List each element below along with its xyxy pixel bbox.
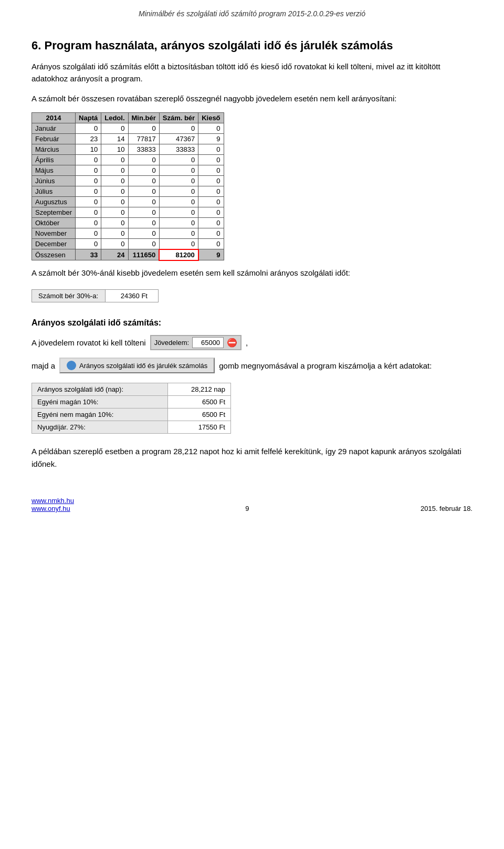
table-cell-napta: 0	[76, 175, 101, 186]
table-cell-napta: 0	[76, 196, 101, 207]
table-cell-szamber: 0	[159, 196, 198, 207]
table-cell-month: Március	[32, 144, 76, 154]
table-cell-kieso: 9	[198, 249, 224, 260]
table-cell-month: Összesen	[32, 249, 76, 260]
majd-prefix: majd a	[32, 361, 55, 370]
table-cell-month: Szeptember	[32, 207, 76, 217]
result-row: Egyéni nem magán 10%:6500 Ft	[32, 408, 231, 421]
table-cell-ledol: 0	[101, 154, 128, 165]
data-table: 2014 Naptá Ledol. Min.bér Szám. bér Kies…	[32, 112, 224, 261]
page-header: Minimálbér és szolgálati idő számító pro…	[32, 0, 472, 23]
footer-page: 9	[245, 505, 249, 512]
table-cell-month: Január	[32, 123, 76, 133]
footer-link[interactable]: www.nmkh.hu	[32, 497, 74, 505]
table-cell-minber: 33833	[128, 144, 159, 154]
result-value: 17550 Ft	[167, 421, 230, 434]
table-cell-napta: 0	[76, 207, 101, 217]
footer-link[interactable]: www.onyf.hu	[32, 505, 74, 512]
col-kieso: Kieső	[198, 112, 224, 123]
table-cell-minber: 111650	[128, 249, 159, 260]
table-cell-minber: 0	[128, 207, 159, 217]
ber30-label: Számolt bér 30%-a:	[32, 290, 106, 302]
result-row: Nyugdíjár. 27%:17550 Ft	[32, 421, 231, 434]
table-cell-minber: 0	[128, 165, 159, 175]
jov-value[interactable]: 65000	[192, 337, 224, 348]
table-cell-napta: 0	[76, 238, 101, 249]
table-cell-month: Május	[32, 165, 76, 175]
table-cell-napta: 0	[76, 186, 101, 196]
table-cell-szamber: 81200	[159, 249, 198, 260]
section-title: 6. Program használata, arányos szolgálat…	[32, 39, 472, 53]
table-cell-napta: 0	[76, 217, 101, 228]
page-footer: www.nmkh.huwww.onyf.hu 9 2015. február 1…	[32, 486, 472, 520]
table-cell-kieso: 0	[198, 144, 224, 154]
jov-comma: ,	[246, 338, 248, 347]
conclusion: A példában szereplő esetben a program 28…	[32, 445, 472, 470]
table-cell-napta: 10	[76, 144, 101, 154]
table-cell-szamber: 0	[159, 165, 198, 175]
result-label: Arányos szolgálati idő (nap):	[32, 383, 168, 396]
table-cell-kieso: 0	[198, 175, 224, 186]
jov-input-box: Jövedelem: 65000 ⛔	[150, 335, 242, 350]
table-cell-ledol: 0	[101, 228, 128, 238]
aranyos-title: Arányos szolgálati idő számítás:	[32, 318, 472, 328]
table-cell-kieso: 0	[198, 196, 224, 207]
table-cell-kieso: 0	[198, 228, 224, 238]
table-cell-month: December	[32, 238, 76, 249]
table-cell-minber: 0	[128, 123, 159, 133]
table-cell-napta: 33	[76, 249, 101, 260]
table-cell-month: November	[32, 228, 76, 238]
table-cell-month: Augusztus	[32, 196, 76, 207]
table-cell-ledol: 0	[101, 238, 128, 249]
aranyos-button[interactable]: Arányos szolgálati idő és járulék számol…	[59, 358, 215, 373]
result-label: Egyéni nem magán 10%:	[32, 408, 168, 421]
table-cell-napta: 0	[76, 228, 101, 238]
table-cell-ledol: 14	[101, 133, 128, 144]
table-cell-kieso: 0	[198, 186, 224, 196]
table-cell-kieso: 0	[198, 217, 224, 228]
aranyos-button-icon	[67, 361, 76, 370]
table-cell-month: Február	[32, 133, 76, 144]
ber30-note: A számolt bér 30%-ánál kisebb jövedelem …	[32, 267, 472, 279]
majd-line: majd a Arányos szolgálati idő és járulék…	[32, 358, 472, 373]
result-row: Arányos szolgálati idő (nap):28,212 nap	[32, 383, 231, 396]
footer-date: 2015. február 18.	[421, 505, 472, 512]
result-label: Egyéni magán 10%:	[32, 396, 168, 408]
ber30-value: 24360 Ft	[106, 290, 158, 302]
table-cell-minber: 0	[128, 186, 159, 196]
result-label: Nyugdíjár. 27%:	[32, 421, 168, 434]
table-cell-szamber: 47367	[159, 133, 198, 144]
majd-suffix: gomb megnyomásával a program kiszámolja …	[219, 361, 432, 370]
table-cell-kieso: 0	[198, 165, 224, 175]
result-value: 28,212 nap	[167, 383, 230, 396]
table-cell-szamber: 0	[159, 207, 198, 217]
table-cell-ledol: 0	[101, 175, 128, 186]
table-cell-kieso: 9	[198, 133, 224, 144]
table-cell-napta: 23	[76, 133, 101, 144]
table-cell-ledol: 0	[101, 186, 128, 196]
table-cell-napta: 0	[76, 154, 101, 165]
table-cell-minber: 0	[128, 175, 159, 186]
cancel-icon[interactable]: ⛔	[227, 338, 237, 348]
table-cell-szamber: 0	[159, 123, 198, 133]
table-cell-ledol: 0	[101, 196, 128, 207]
table-cell-ledol: 10	[101, 144, 128, 154]
col-minber: Min.bér	[128, 112, 159, 123]
table-cell-kieso: 0	[198, 123, 224, 133]
table-cell-kieso: 0	[198, 238, 224, 249]
table-cell-szamber: 0	[159, 238, 198, 249]
jov-line: A jövedelem rovatot ki kell tölteni Jöve…	[32, 335, 472, 350]
table-cell-minber: 0	[128, 228, 159, 238]
result-row: Egyéni magán 10%:6500 Ft	[32, 396, 231, 408]
section-subtitle: Arányos szolgálati idő számítás előtt a …	[32, 61, 472, 85]
section-number: 6.	[32, 39, 41, 52]
table-cell-month: Október	[32, 217, 76, 228]
aranyos-button-label: Arányos szolgálati idő és járulék számol…	[79, 362, 207, 370]
result-value: 6500 Ft	[167, 396, 230, 408]
table-cell-szamber: 0	[159, 175, 198, 186]
ber30-box: Számolt bér 30%-a: 24360 Ft	[32, 289, 159, 302]
table-cell-szamber: 33833	[159, 144, 198, 154]
table-cell-month: Június	[32, 175, 76, 186]
table-cell-napta: 0	[76, 123, 101, 133]
table-cell-szamber: 0	[159, 228, 198, 238]
